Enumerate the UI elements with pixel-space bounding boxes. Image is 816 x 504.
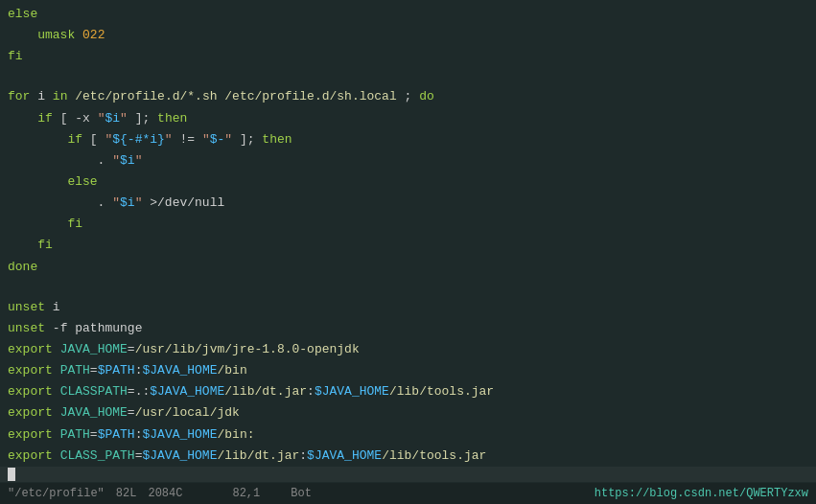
code-line: umask 022 (0, 25, 816, 46)
code-line (0, 278, 816, 297)
code-line: export PATH=$PATH:$JAVA_HOME/bin: (0, 424, 816, 446)
code-line: else (0, 4, 816, 25)
code-line: if [ "${-#*i}" != "$-" ]; then (0, 129, 816, 150)
scroll-percentage: Bot (291, 487, 312, 500)
code-line (0, 67, 816, 86)
cursor-position: 82,1 (232, 487, 260, 500)
code-line: if [ -x "$i" ]; then (0, 108, 816, 129)
statusbar: "/etc/profile" 82L 2084C 82,1 Bot https:… (0, 483, 816, 504)
code-line: export PATH=$PATH:$JAVA_HOME/bin (0, 360, 816, 381)
code-line: . "$i" (0, 150, 816, 172)
code-line: for i in /etc/profile.d/*.sh /etc/profil… (0, 86, 816, 107)
code-line: unset -f pathmunge (0, 318, 816, 339)
cursor-line (0, 467, 816, 482)
code-line: unset i (0, 297, 816, 318)
col-count: 2084C (148, 487, 182, 500)
code-line: export JAVA_HOME=/usr/lib/jvm/jre-1.8.0-… (0, 339, 816, 360)
code-line: export JAVA_HOME=/usr/local/jdk (0, 402, 816, 424)
code-line: fi (0, 46, 816, 67)
statusbar-left: "/etc/profile" 82L 2084C 82,1 Bot (8, 487, 312, 500)
url-display: https://blog.csdn.net/QWERTYzxw (595, 487, 808, 500)
code-line: fi (0, 235, 816, 256)
code-line: . "$i" >/dev/null (0, 193, 816, 214)
code-editor: else umask 022 fi for i in /etc/profile.… (0, 0, 816, 504)
line-count: 82L (116, 487, 137, 500)
code-line: export CLASSPATH=.:$JAVA_HOME/lib/dt.jar… (0, 381, 816, 402)
code-line: fi (0, 214, 816, 235)
code-line: else (0, 172, 816, 193)
text-cursor (8, 468, 15, 481)
file-info: "/etc/profile" (8, 487, 105, 500)
code-line: done (0, 257, 816, 278)
code-line: export CLASS_PATH=$JAVA_HOME/lib/dt.jar:… (0, 446, 816, 467)
